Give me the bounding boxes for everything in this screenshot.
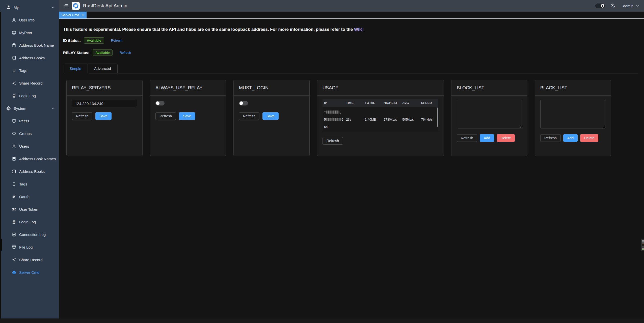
sidebar-item-server-cmd[interactable]: Server Cmd	[0, 266, 59, 279]
collection-icon	[12, 169, 16, 174]
card-body: Refresh Save	[150, 96, 226, 124]
black-list-textarea[interactable]	[540, 100, 605, 128]
sidebar-item-label: User Info	[19, 18, 35, 22]
sidebar-item-share-record[interactable]: Share Record	[0, 253, 59, 266]
sidebar-item-label: File Log	[19, 245, 33, 249]
black-list-add-button[interactable]: Add	[563, 134, 578, 142]
bottom-scrollbar-track	[0, 318, 644, 323]
sidebar-item-label: Address Book Names	[19, 157, 56, 161]
sidebar-item-address-books[interactable]: Address Books	[0, 51, 59, 64]
block-list-delete-button[interactable]: Delete	[497, 134, 515, 142]
id-status-badge: Available	[84, 37, 104, 44]
usage-table: IPTIMETOTALHIGHESTAVGSPEED ::,5664: 23s …	[323, 99, 438, 132]
usage-refresh-button[interactable]: Refresh	[323, 137, 343, 145]
sidebar-item-label: Address Books	[19, 56, 45, 60]
sidebar: My User Info MyPeer Address Book Name Ad…	[0, 0, 59, 318]
user-menu[interactable]: admin	[623, 4, 639, 8]
sidebar-item-file-log[interactable]: File Log	[0, 241, 59, 253]
must-login-switch[interactable]	[239, 101, 248, 105]
always-use-relay-refresh-button[interactable]: Refresh	[155, 112, 176, 120]
sidebar-item-label: Address Books	[19, 169, 45, 174]
usage-table-scrollbar[interactable]	[437, 107, 438, 127]
relay-servers-refresh-button[interactable]: Refresh	[72, 112, 92, 120]
usage-total-cell: 1.40MB	[363, 107, 382, 132]
id-status-refresh-link[interactable]: Refresh	[111, 39, 123, 42]
sidebar-item-system[interactable]: System	[0, 102, 59, 115]
tab-advanced[interactable]: Advanced	[88, 64, 118, 73]
chevron-up-icon	[52, 6, 55, 8]
sidebar-item-groups[interactable]: Groups	[0, 127, 59, 140]
sidebar-item-user-info[interactable]: User Info	[0, 14, 59, 26]
button-row: Refresh	[323, 137, 438, 145]
relay-status-badge: Available	[93, 49, 113, 56]
always-use-relay-save-button[interactable]: Save	[179, 112, 195, 120]
route-tab-strip: Server Cmd	[59, 12, 644, 19]
sidebar-item-address-book-names[interactable]: Address Book Names	[0, 152, 59, 165]
bookmark-icon	[12, 68, 16, 73]
sidebar-item-login-log[interactable]: Login Log	[0, 216, 59, 228]
block-list-add-button[interactable]: Add	[480, 134, 494, 142]
wiki-link[interactable]: WIKI	[354, 27, 364, 32]
scroll-marker-stripe	[642, 243, 644, 244]
relay-servers-input[interactable]	[72, 100, 137, 107]
sidebar-item-label: Tags	[19, 182, 27, 186]
sidebar-item-oauth[interactable]: Oauth	[0, 190, 59, 203]
sidebar-item-connection-log[interactable]: Connection Log	[0, 228, 59, 241]
black-list-refresh-button[interactable]: Refresh	[540, 134, 561, 142]
sidebar-item-share-record[interactable]: Share Record	[0, 77, 59, 89]
sidebar-item-address-books[interactable]: Address Books	[0, 165, 59, 178]
share-icon	[12, 258, 16, 262]
usage-ip-line: 64:	[324, 123, 343, 130]
monitor-icon	[12, 119, 16, 123]
usage-table-header-row: IPTIMETOTALHIGHESTAVGSPEED	[323, 99, 438, 107]
close-icon[interactable]	[82, 14, 84, 16]
sidebar-item-mypeer[interactable]: MyPeer	[0, 26, 59, 39]
sidebar-item-address-book-name[interactable]: Address Book Name	[0, 39, 59, 51]
card-title: ALWAYS_USE_RELAY	[150, 80, 226, 96]
sidebar-item-my[interactable]: My	[0, 1, 59, 14]
card-always-use-relay: ALWAYS_USE_RELAY Refresh Save	[150, 80, 226, 156]
translate-icon[interactable]: A	[610, 3, 616, 9]
scroll-marker-stripe	[642, 246, 644, 246]
sidebar-fold-icon[interactable]	[64, 4, 68, 8]
sidebar-item-login-log[interactable]: Login Log	[0, 89, 59, 102]
sidebar-item-label: Share Record	[19, 258, 43, 262]
sidebar-item-label: Login Log	[19, 220, 36, 224]
tabs-underline	[63, 73, 638, 73]
always-use-relay-switch[interactable]	[155, 101, 165, 105]
user-icon	[12, 18, 16, 22]
black-list-delete-button[interactable]: Delete	[580, 134, 598, 142]
scroll-marker-stripe	[642, 245, 644, 245]
relay-status-refresh-link[interactable]: Refresh	[120, 51, 131, 55]
card-title: BLOCK_LIST	[451, 80, 527, 96]
card-title: USAGE	[317, 80, 444, 96]
ticket-icon	[12, 207, 16, 211]
sidebar-item-label: Connection Log	[19, 232, 46, 237]
sidebar-item-users[interactable]: Users	[0, 140, 59, 152]
must-login-refresh-button[interactable]: Refresh	[239, 112, 259, 120]
tab-simple[interactable]: Simple	[63, 64, 88, 73]
sidebar-item-label: Login Log	[19, 94, 36, 98]
must-login-save-button[interactable]: Save	[262, 112, 279, 120]
sidebar-item-tags[interactable]: Tags	[0, 64, 59, 77]
scroll-marker-stripe	[642, 240, 644, 241]
usage-speed-cell: 764kb/s	[420, 107, 438, 132]
route-tab-label: Server Cmd	[62, 13, 79, 17]
left-edge-notch	[0, 239, 2, 251]
box-icon	[12, 245, 16, 249]
dark-mode-toggle[interactable]	[595, 4, 605, 8]
sidebar-item-tags[interactable]: Tags	[0, 178, 59, 190]
sidebar-item-user-token[interactable]: User Token	[0, 203, 59, 216]
route-tab-server-cmd[interactable]: Server Cmd	[59, 12, 87, 18]
button-row: Refresh Save	[155, 112, 221, 120]
card-block-list: BLOCK_LIST Refresh Add Delete	[451, 80, 527, 156]
app-title: RustDesk Api Admin	[83, 3, 127, 9]
block-list-refresh-button[interactable]: Refresh	[457, 134, 477, 142]
right-edge-scroll-marker[interactable]	[641, 239, 644, 251]
block-list-textarea[interactable]	[457, 100, 522, 128]
sidebar-item-peers[interactable]: Peers	[0, 115, 59, 127]
card-body: IPTIMETOTALHIGHESTAVGSPEED ::,5664: 23s …	[317, 96, 444, 148]
card-body: Refresh Add Delete	[535, 96, 611, 146]
relay-servers-save-button[interactable]: Save	[95, 112, 112, 120]
clipboard-icon	[12, 220, 16, 224]
